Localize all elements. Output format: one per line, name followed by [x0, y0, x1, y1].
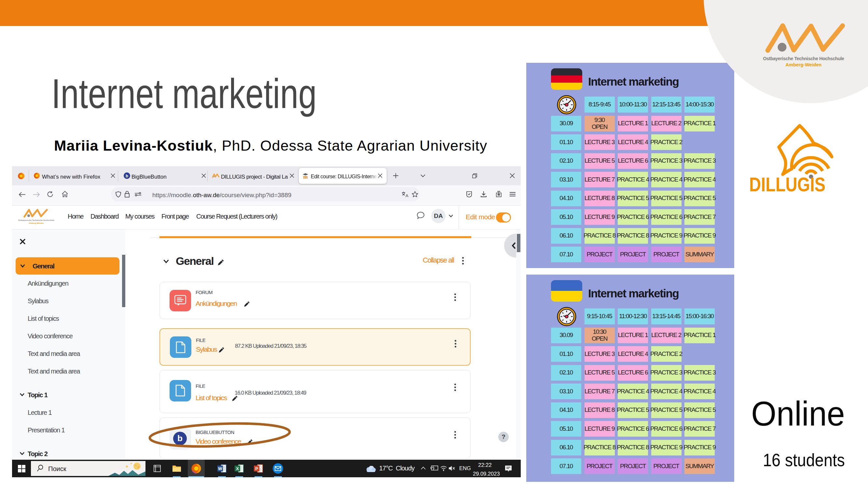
svg-text:X: X	[236, 466, 239, 471]
svg-text:m: m	[303, 174, 308, 179]
svg-text:b: b	[126, 173, 128, 178]
svg-text:P: P	[255, 466, 258, 471]
svg-text:W: W	[218, 466, 222, 471]
svg-text:A: A	[405, 193, 408, 197]
